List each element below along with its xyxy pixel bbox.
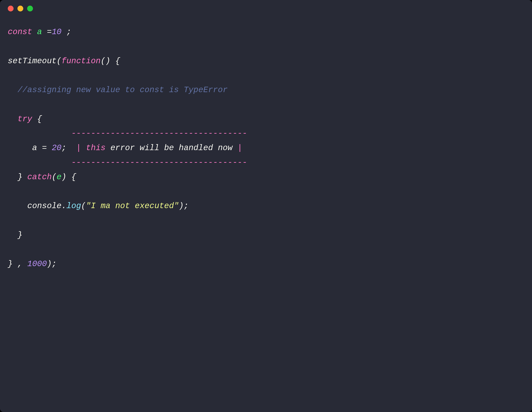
close-icon[interactable]: [8, 6, 14, 11]
punctuation: .: [61, 201, 66, 211]
punctuation: {: [32, 115, 42, 124]
comment: //assigning new value to const is TypeEr…: [18, 85, 228, 95]
code-line: //assigning new value to const is TypeEr…: [8, 83, 524, 97]
code-line: [8, 213, 524, 228]
operator: =: [47, 27, 52, 37]
code-line: [8, 68, 524, 83]
punctuation: }: [18, 172, 27, 182]
annotation-text: error will be handled now: [105, 143, 238, 153]
code-line: [8, 184, 524, 199]
punctuation: (: [81, 201, 86, 211]
code-editor[interactable]: const a =10 ; setTimeout(function() { //…: [0, 17, 532, 412]
annotation-this: this: [86, 143, 105, 153]
annotation-border-bottom: ------------------------------------: [71, 158, 247, 167]
keyword-try: try: [18, 115, 32, 124]
window-titlebar: [0, 0, 532, 17]
method-log: log: [66, 201, 81, 211]
number-literal: 10: [52, 27, 61, 37]
code-line: } , 1000);: [8, 257, 524, 271]
code-window: const a =10 ; setTimeout(function() { //…: [0, 0, 532, 412]
code-line: setTimeout(function() {: [8, 54, 524, 68]
identifier-console: console: [27, 201, 61, 211]
identifier: setTimeout: [8, 57, 57, 66]
code-line: [8, 242, 524, 257]
punctuation: () {: [101, 57, 120, 66]
punctuation: );: [47, 259, 57, 269]
code-line: console.log("I ma not executed");: [8, 199, 524, 213]
punctuation: ,: [13, 259, 27, 269]
operator: =: [37, 143, 52, 153]
number-literal: 1000: [27, 259, 47, 269]
keyword-catch: catch: [27, 172, 52, 182]
code-line: try {: [8, 112, 524, 126]
punctuation: }: [18, 230, 22, 240]
code-line: }: [8, 228, 524, 242]
number-literal: 20: [52, 143, 61, 153]
code-line: ------------------------------------: [8, 126, 524, 141]
punctuation: }: [8, 259, 13, 269]
annotation-pipe: |: [238, 143, 242, 153]
keyword-const: const: [8, 27, 32, 37]
code-line: [8, 39, 524, 54]
punctuation: ;: [61, 143, 66, 153]
punctuation: ) {: [61, 172, 76, 182]
identifier: a: [37, 27, 42, 37]
minimize-icon[interactable]: [18, 6, 23, 11]
code-line: const a =10 ;: [8, 25, 524, 39]
code-line: ------------------------------------: [8, 155, 524, 170]
annotation-border-top: ------------------------------------: [71, 129, 247, 138]
code-line: [8, 97, 524, 112]
code-line: a = 20; | this error will be handled now…: [8, 141, 524, 155]
identifier: e: [57, 172, 61, 182]
punctuation: ;: [61, 27, 71, 37]
code-line: } catch(e) {: [8, 170, 524, 184]
zoom-icon[interactable]: [27, 6, 33, 11]
punctuation: (: [52, 172, 57, 182]
annotation-pipe: |: [66, 143, 86, 153]
identifier: a: [32, 143, 37, 153]
punctuation: );: [179, 201, 189, 211]
keyword-function: function: [61, 57, 101, 66]
string-literal: "I ma not executed": [86, 201, 179, 211]
punctuation: (: [57, 57, 61, 66]
